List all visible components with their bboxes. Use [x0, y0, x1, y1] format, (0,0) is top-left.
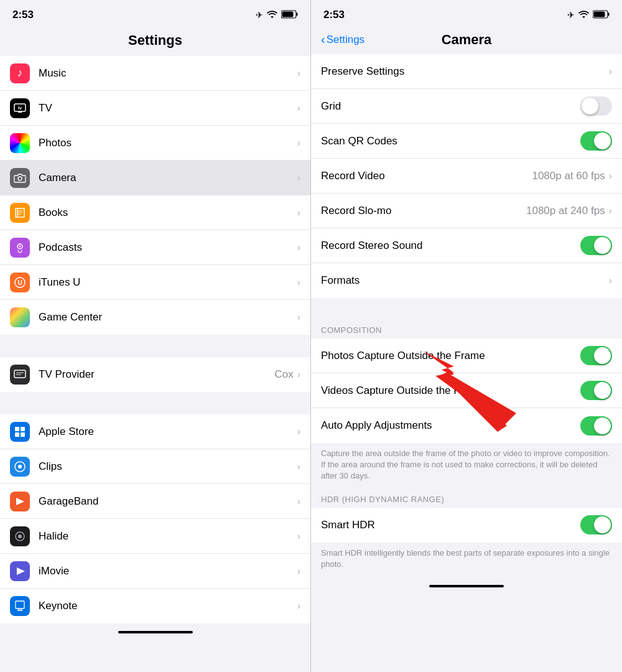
time-left: 2:53 [12, 9, 34, 21]
svg-rect-15 [21, 432, 25, 437]
right-scroll-area[interactable]: Preserve Settings › Grid Scan QR Codes R… [311, 54, 622, 672]
music-label: Music [39, 67, 297, 80]
record-stereo-toggle-knob [594, 237, 611, 254]
tv-provider-icon [10, 365, 30, 385]
svg-rect-11 [14, 370, 26, 378]
smart-hdr-item[interactable]: Smart HDR [311, 508, 622, 543]
auto-apply-label: Auto Apply Adjustments [321, 419, 580, 432]
battery-icon-left [281, 10, 298, 21]
time-right: 2:53 [323, 9, 345, 21]
scan-qr-toggle[interactable] [580, 131, 612, 151]
composition-section-footer: Capture the area outside the frame of th… [311, 443, 622, 490]
photos-capture-item[interactable]: Photos Capture Outside the Frame [311, 338, 622, 373]
apple-store-label: Apple Store [39, 426, 297, 438]
settings-item-music[interactable]: ♪ Music › [0, 56, 310, 91]
game-center-icon [10, 307, 30, 327]
settings-item-garageband[interactable]: GarageBand › [0, 484, 310, 519]
scan-qr-toggle-knob [594, 133, 611, 149]
videos-capture-item[interactable]: Videos Capture Outside the Fra… [311, 373, 622, 408]
videos-capture-label: Videos Capture Outside the Fra… [321, 385, 580, 397]
itunes-u-chevron: › [297, 277, 300, 288]
clips-chevron: › [297, 461, 300, 472]
books-icon [10, 203, 30, 223]
settings-item-keynote[interactable]: Keynote › [0, 589, 310, 623]
tv-label: TV [39, 102, 297, 114]
section-gap-1 [0, 335, 310, 357]
photos-capture-toggle-knob [594, 347, 611, 364]
videos-capture-toggle-knob [594, 382, 611, 399]
garageband-icon [10, 492, 30, 511]
svg-rect-24 [594, 11, 605, 17]
status-icons-right: ✈ [567, 10, 610, 21]
auto-apply-item[interactable]: Auto Apply Adjustments [311, 408, 622, 443]
smart-hdr-toggle-knob [594, 516, 611, 533]
clips-label: Clips [39, 460, 297, 473]
smart-hdr-toggle[interactable] [580, 515, 612, 534]
photos-chevron: › [297, 138, 300, 149]
scan-qr-label: Scan QR Codes [321, 135, 580, 147]
podcasts-icon [10, 238, 30, 258]
hdr-section-header: HDR (HIGH DYNAMIC RANGE) [311, 490, 622, 508]
camera-chevron: › [297, 172, 300, 184]
composition-section-wrapper: Photos Capture Outside the Frame Videos … [311, 338, 622, 443]
svg-point-8 [19, 245, 21, 247]
halide-chevron: › [297, 531, 300, 542]
right-section-2: Photos Capture Outside the Frame Videos … [311, 338, 622, 443]
settings-item-game-center[interactable]: Game Center › [0, 300, 310, 335]
grid-toggle-knob [582, 98, 598, 114]
nav-back-button[interactable]: ‹ Settings [321, 32, 364, 47]
section-gap-2 [0, 392, 310, 414]
record-stereo-item[interactable]: Record Stereo Sound [311, 228, 622, 263]
home-indicator-right [429, 585, 504, 587]
halide-label: Halide [39, 530, 297, 543]
settings-item-itunes-u[interactable]: U iTunes U › [0, 265, 310, 300]
hdr-section-footer: Smart HDR intelligently blends the best … [311, 543, 622, 577]
record-video-item[interactable]: Record Video 1080p at 60 fps › [311, 159, 622, 194]
settings-item-apple-store[interactable]: Apple Store › [0, 414, 310, 449]
tv-provider-value: Cox [274, 368, 293, 381]
settings-item-clips[interactable]: Clips › [0, 449, 310, 484]
formats-item[interactable]: Formats › [311, 263, 622, 298]
preserve-settings-chevron: › [609, 66, 612, 77]
settings-item-camera[interactable]: Camera › [0, 161, 310, 195]
preserve-settings-item[interactable]: Preserve Settings › [311, 54, 622, 89]
right-section-1: Preserve Settings › Grid Scan QR Codes R… [311, 54, 622, 298]
formats-label: Formats [321, 274, 609, 287]
status-icons-left: ✈ [256, 10, 298, 21]
settings-item-books[interactable]: Books › [0, 195, 310, 230]
svg-text:U: U [17, 279, 22, 286]
tv-icon: tv [10, 98, 30, 118]
settings-item-podcasts[interactable]: Podcasts › [0, 230, 310, 265]
grid-toggle[interactable] [580, 96, 612, 116]
wifi-icon-left [267, 10, 277, 20]
imovie-chevron: › [297, 566, 300, 577]
scan-qr-item[interactable]: Scan QR Codes [311, 124, 622, 159]
imovie-icon [10, 561, 30, 581]
formats-chevron: › [609, 275, 612, 286]
auto-apply-toggle-knob [594, 418, 611, 434]
videos-capture-toggle[interactable] [580, 381, 612, 400]
svg-rect-23 [608, 12, 610, 16]
svg-rect-1 [297, 12, 298, 16]
settings-item-imovie[interactable]: iMovie › [0, 554, 310, 589]
clips-icon [10, 457, 30, 477]
grid-label: Grid [321, 100, 580, 113]
airplane-icon-left: ✈ [256, 10, 263, 20]
photos-capture-toggle[interactable] [580, 346, 612, 365]
camera-page-title: Camera [442, 32, 492, 48]
right-section-3: Smart HDR [311, 508, 622, 543]
grid-item[interactable]: Grid [311, 89, 622, 124]
record-video-chevron: › [609, 170, 612, 182]
apple-store-icon [10, 422, 30, 442]
settings-item-tv-provider[interactable]: TV Provider Cox › [0, 357, 310, 392]
settings-item-photos[interactable]: Photos › [0, 126, 310, 161]
nav-back-label: Settings [327, 34, 364, 46]
record-stereo-toggle[interactable] [580, 236, 612, 255]
camera-icon [10, 168, 30, 188]
settings-item-halide[interactable]: Halide › [0, 519, 310, 554]
auto-apply-toggle[interactable] [580, 416, 612, 436]
record-slomo-item[interactable]: Record Slo-mo 1080p at 240 fps › [311, 194, 622, 228]
svg-point-19 [18, 534, 22, 538]
settings-item-tv[interactable]: tv TV › [0, 91, 310, 126]
left-scroll-area[interactable]: ♪ Music › tv TV › Photos › [0, 56, 310, 672]
